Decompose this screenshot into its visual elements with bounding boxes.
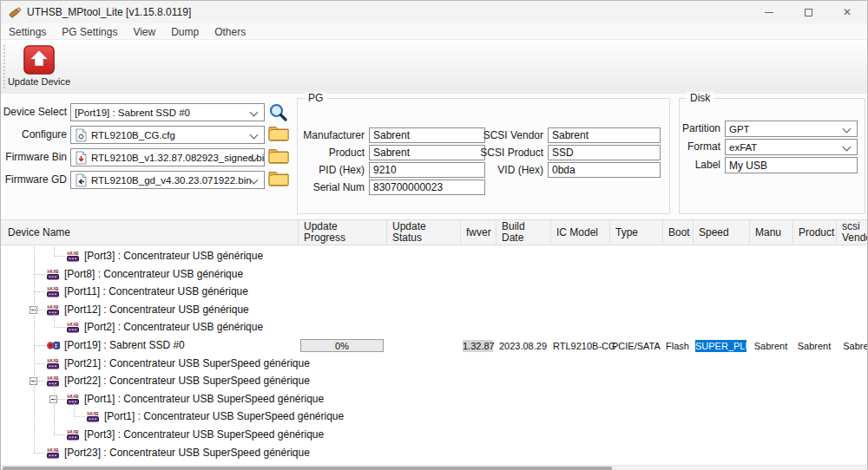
configure-combo[interactable]: RTL9210B_CG.cfg [70, 126, 265, 144]
column-header-scsi-vendor[interactable]: scsi Vendor [837, 220, 867, 245]
tree-row-label: [Port3] : Concentrateur USB générique [84, 247, 263, 265]
cell-update-progress: 0% [300, 339, 384, 352]
tree-connector [34, 274, 45, 275]
usb-icon [46, 339, 61, 351]
hub-icon: HUB [46, 268, 61, 280]
svg-text:HUB: HUB [48, 286, 60, 291]
svg-text:HUB: HUB [88, 411, 100, 416]
tree-row-port1[interactable]: HUB[Port1] : Concentrateur USB SuperSpee… [1, 390, 867, 408]
bin-file-icon [75, 151, 88, 165]
cell-ic-model: RTL9210B-CG [553, 340, 607, 352]
tree-row-port2[interactable]: HUB[Port2] : Concentrateur USB générique [1, 318, 867, 336]
tree-row-port21[interactable]: HUB[Port21] : Concentrateur USB SuperSpe… [1, 355, 867, 373]
tree-row-label: [Port1] : Concentrateur USB SuperSpeed g… [84, 390, 324, 408]
tree-connector [54, 327, 65, 328]
scsi-vendor-input[interactable]: Sabrent [548, 127, 661, 143]
pg-groupbox-title: PG [305, 92, 326, 104]
field-label-label: Label [680, 157, 720, 173]
svg-text:HUB: HUB [68, 394, 80, 399]
close-button[interactable]: ✕ [827, 1, 867, 23]
column-header-device-name[interactable]: Device Name [1, 220, 299, 245]
tree-row-label: [Port12] : Concentrateur USB générique [64, 301, 249, 319]
cell-boot: Flash [665, 340, 690, 352]
menu-item-others[interactable]: Others [207, 24, 253, 40]
tree-row-label: [Port22] : Concentrateur USB SuperSpeed … [64, 372, 310, 390]
tree-row-port8[interactable]: HUB[Port8] : Concentrateur USB générique [1, 265, 867, 284]
open-folder-button[interactable] [268, 170, 291, 191]
column-header-manu[interactable]: Manu [750, 220, 793, 245]
update-device-button[interactable]: Update Device [6, 42, 72, 92]
vid-hex-input[interactable]: 0bda [548, 162, 661, 178]
field-label-scsi-vendor: SCSI Vendor [471, 127, 543, 143]
tree-row-label: [Port23] : Concentrateur USB SuperSpeed … [64, 444, 310, 462]
svg-text:HUB: HUB [68, 322, 80, 327]
firmware-bin-combo[interactable]: RTL9210B_v1.32.87.082923_signed.bin [70, 148, 265, 166]
product-input[interactable]: Sabrent [369, 145, 485, 160]
firmware-gd-combo[interactable]: RTL9210B_gd_v4.30.23.071922.bin [70, 171, 265, 189]
column-header-type[interactable]: Type [610, 220, 663, 245]
open-folder-button[interactable] [268, 125, 291, 146]
maximize-button[interactable] [788, 1, 828, 23]
combo-value: exFAT [729, 142, 757, 153]
cell-product: Sabrent [795, 340, 833, 352]
tree-row-label: [Port8] : Concentrateur USB générique [64, 265, 243, 284]
window-title: UTHSB_MPtool_Lite [v1.15.8.0119] [27, 1, 191, 23]
open-folder-button[interactable] [268, 147, 291, 168]
tree-row-port22[interactable]: HUB[Port22] : Concentrateur USB SuperSpe… [1, 372, 867, 390]
device-tree: HUB[Port3] : Concentrateur USB générique… [1, 246, 867, 465]
device-config-panel: Device Select[Port19] : Sabrent SSD #0Co… [1, 93, 296, 219]
manufacturer-input[interactable]: Sabrent [369, 127, 485, 143]
tree-connector [54, 385, 55, 434]
gd-file-icon [75, 173, 88, 187]
label-input[interactable]: My USB [725, 157, 858, 173]
tree-connector [34, 363, 45, 364]
disk-groupbox-title: Disk [687, 92, 713, 104]
field-label-partition: Partition [680, 121, 720, 137]
column-header-boot[interactable]: Boot [663, 220, 694, 245]
tree-row-port19[interactable]: [Port19] : Sabrent SSD #00%1.32.872023.0… [1, 336, 867, 355]
hub-icon: HUB [66, 250, 81, 262]
tree-row-label: [Port21] : Concentrateur USB SuperSpeed … [64, 355, 310, 373]
format-combo[interactable]: exFAT [725, 139, 858, 155]
cfg-file-icon [75, 128, 88, 142]
tree-connector [34, 345, 45, 346]
chevron-down-icon [843, 125, 852, 134]
column-header-ic-model[interactable]: IC Model [551, 220, 610, 245]
close-icon: ✕ [843, 7, 852, 17]
tree-row-port3[interactable]: HUB[Port3] : Concentrateur USB SuperSpee… [1, 426, 867, 444]
tree-row-port11[interactable]: HUB[Port11] : Concentrateur USB génériqu… [1, 283, 867, 301]
search-icon[interactable] [268, 102, 291, 123]
tree-row-port3[interactable]: HUB[Port3] : Concentrateur USB générique [1, 247, 867, 265]
partition-combo[interactable]: GPT [725, 121, 858, 137]
column-header-product[interactable]: Product [793, 220, 837, 245]
column-header-speed[interactable]: Speed [694, 220, 750, 245]
column-header-update-status[interactable]: Update Status [387, 220, 461, 245]
scsi-product-input[interactable]: SSD [548, 145, 661, 160]
menu-item-view[interactable]: View [125, 24, 163, 40]
tree-connector [34, 247, 35, 453]
update-device-icon [23, 43, 56, 76]
tree-connector [74, 403, 75, 417]
serial-num-input[interactable]: 830700000023 [369, 180, 485, 195]
disk-groupbox: Disk PartitionGPTFormatexFATLabelMy USB [679, 98, 865, 214]
field-label-vid-hex: VID (Hex) [471, 162, 543, 178]
tree-row-port12[interactable]: HUB[Port12] : Concentrateur USB génériqu… [1, 301, 867, 319]
horizontal-scrollbar[interactable] [1, 465, 867, 470]
column-header-build-date[interactable]: Build Date [496, 220, 551, 245]
menu-item-dump[interactable]: Dump [163, 24, 207, 40]
minimize-button[interactable] [749, 1, 789, 23]
tree-connector [34, 291, 45, 292]
tree-row-port23[interactable]: HUB[Port23] : Concentrateur USB SuperSpe… [1, 444, 867, 462]
column-header-update-progress[interactable]: Update Progress [299, 220, 387, 245]
tree-row-port1[interactable]: HUB[Port1] : Concentrateur USB SuperSpee… [1, 408, 867, 426]
device-select-combo[interactable]: [Port19] : Sabrent SSD #0 [70, 103, 265, 121]
field-label-format: Format [680, 139, 720, 155]
menu-item-settings[interactable]: Settings [1, 24, 54, 40]
column-header-fwver[interactable]: fwver [461, 220, 496, 245]
title-bar: UTHSB_MPtool_Lite [v1.15.8.0119] ✕ [1, 1, 867, 23]
scrollbar-thumb[interactable] [3, 467, 612, 470]
pid-hex-input[interactable]: 9210 [369, 162, 485, 178]
cell-scsi-vendor: Sabrent [838, 340, 867, 352]
menu-item-pg-settings[interactable]: PG Settings [54, 24, 125, 40]
tree-connector [34, 453, 45, 454]
